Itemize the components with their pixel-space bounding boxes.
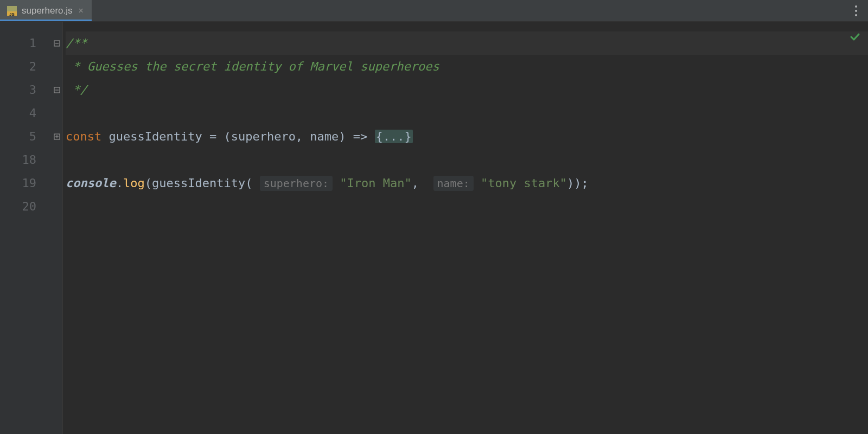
string-literal: "Iron Man" bbox=[333, 176, 412, 190]
arrow: => bbox=[353, 130, 375, 143]
dot: . bbox=[116, 176, 123, 190]
fold-end-icon[interactable] bbox=[52, 78, 62, 101]
folded-region[interactable]: {...} bbox=[375, 130, 413, 143]
line-number: 19 bbox=[0, 171, 52, 195]
method: log bbox=[123, 176, 145, 190]
line-number: 4 bbox=[0, 101, 52, 125]
fold-collapse-icon[interactable] bbox=[52, 31, 62, 55]
file-tab[interactable]: JS superhero.js × bbox=[0, 0, 92, 21]
keyword: const bbox=[66, 130, 101, 143]
code-line bbox=[66, 148, 868, 171]
comment-text: */ bbox=[66, 83, 87, 97]
console-ref: console bbox=[66, 176, 116, 190]
code-line: const guessIdentity = (superhero, name) … bbox=[66, 125, 868, 148]
code-line: */ bbox=[66, 78, 868, 101]
param-hint: superhero: bbox=[260, 176, 333, 191]
menu-icon[interactable] bbox=[852, 2, 860, 20]
line-number: 18 bbox=[0, 148, 52, 171]
line-number: 3 bbox=[0, 78, 52, 101]
code-area[interactable]: /** * Guesses the secret identity of Mar… bbox=[62, 22, 868, 434]
tab-bar: JS superhero.js × bbox=[0, 0, 868, 22]
svg-rect-0 bbox=[7, 6, 17, 12]
code-line bbox=[66, 101, 868, 125]
tab-filename: superhero.js bbox=[22, 5, 73, 16]
svg-text:JS: JS bbox=[9, 11, 15, 16]
line-number: 5 bbox=[0, 125, 52, 148]
code-line: /** bbox=[66, 31, 868, 55]
call-open: (guessIdentity( bbox=[145, 176, 253, 190]
params: (superhero, name) bbox=[224, 130, 353, 143]
comment-text: * Guesses the secret identity of Marvel … bbox=[66, 60, 439, 73]
identifier: guessIdentity bbox=[101, 130, 209, 143]
code-line: * Guesses the secret identity of Marvel … bbox=[66, 55, 868, 78]
fold-spacer bbox=[52, 101, 62, 125]
inspection-ok-icon[interactable] bbox=[850, 31, 860, 45]
fold-expand-icon[interactable] bbox=[52, 125, 62, 148]
line-number: 20 bbox=[0, 195, 52, 218]
string-literal: "tony stark" bbox=[474, 176, 567, 190]
call-close: )); bbox=[567, 176, 589, 190]
line-number: 1 bbox=[0, 31, 52, 55]
comma: , bbox=[412, 176, 426, 190]
js-file-icon: JS bbox=[7, 5, 17, 16]
code-line: console.log(guessIdentity( superhero: "I… bbox=[66, 171, 868, 195]
code-line bbox=[66, 195, 868, 218]
param-hint: name: bbox=[433, 176, 474, 191]
fold-gutter bbox=[52, 22, 62, 434]
operator: = bbox=[209, 130, 224, 143]
fold-spacer bbox=[52, 55, 62, 78]
comment-text: /** bbox=[66, 36, 87, 50]
editor-pane: 1 2 3 4 5 18 19 20 /** * Guesses the sec… bbox=[0, 22, 868, 434]
tab-close-icon[interactable]: × bbox=[77, 6, 85, 16]
line-number-gutter[interactable]: 1 2 3 4 5 18 19 20 bbox=[0, 22, 52, 434]
line-number: 2 bbox=[0, 55, 52, 78]
